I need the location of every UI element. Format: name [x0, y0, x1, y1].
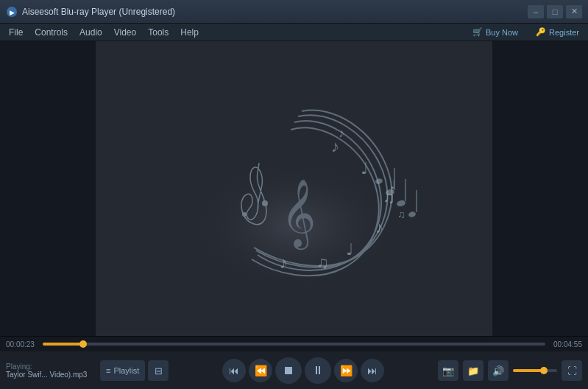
volume-button[interactable]: 🔊 [488, 360, 509, 381]
playing-file: Taylor Swif... Video).mp3 [6, 371, 94, 379]
main-area: ♪ ♩ ♫ ♪ ♩ ♫ ♪ ♩ ♪ ♫ 𝄞 [0, 41, 588, 336]
pause-button[interactable]: ⏸ [305, 357, 331, 384]
svg-text:♪: ♪ [280, 253, 288, 272]
fast-forward-button[interactable]: ⏩ [334, 359, 358, 382]
rewind-button[interactable]: ⏪ [249, 359, 272, 382]
progress-track[interactable] [43, 343, 545, 346]
playing-label: Playing: [6, 362, 94, 371]
playlist-label: Playlist [113, 366, 139, 375]
progress-row: 00:00:23 00:04:55 [0, 337, 588, 351]
playlist-icon: ≡ [106, 366, 110, 375]
fast-forward-icon: ⏩ [340, 365, 353, 376]
time-total: 00:04:55 [551, 340, 582, 348]
playlist-order-button[interactable]: ⊟ [148, 360, 169, 381]
svg-text:𝄞: 𝄞 [281, 180, 316, 250]
music-visual: ♪ ♩ ♫ ♪ ♩ ♫ ♪ ♩ ♪ ♫ 𝄞 [155, 63, 434, 314]
svg-point-3 [262, 200, 268, 206]
svg-text:♫: ♫ [316, 253, 329, 272]
playlist-area: ≡ Playlist ⊟ [100, 360, 169, 381]
maximize-button[interactable]: □ [547, 5, 563, 18]
volume-thumb[interactable] [540, 367, 548, 374]
buy-now-button[interactable]: 🛒 Buy Now [467, 26, 524, 38]
order-icon: ⊟ [155, 365, 163, 376]
prev-button[interactable]: ⏮ [222, 359, 246, 382]
fullscreen-icon: ⛶ [567, 365, 577, 376]
svg-text:♩: ♩ [346, 240, 353, 259]
volume-fill [513, 369, 544, 372]
menu-bar: File Controls Audio Video Tools Help 🛒 B… [0, 24, 588, 41]
next-icon: ⏭ [367, 365, 378, 376]
rewind-icon: ⏪ [255, 365, 267, 376]
pause-icon: ⏸ [312, 364, 324, 377]
menu-audio[interactable]: Audio [74, 26, 108, 39]
controls-row: Playing: Taylor Swif... Video).mp3 ≡ Pla… [0, 351, 588, 389]
cart-icon: 🛒 [472, 27, 483, 37]
progress-thumb[interactable] [79, 340, 87, 348]
close-button[interactable]: ✕ [566, 5, 582, 18]
menu-file[interactable]: File [3, 26, 29, 39]
stop-icon: ⏹ [283, 364, 294, 377]
minimize-button[interactable]: – [528, 5, 544, 18]
stop-button[interactable]: ⏹ [275, 357, 302, 384]
folder-icon: 📁 [467, 365, 479, 376]
time-elapsed: 00:00:23 [6, 340, 37, 348]
now-playing: Playing: Taylor Swif... Video).mp3 [6, 362, 94, 379]
menu-controls[interactable]: Controls [29, 26, 74, 39]
video-area: ♪ ♩ ♫ ♪ ♩ ♫ ♪ ♩ ♪ ♫ 𝄞 [96, 41, 492, 336]
svg-point-4 [242, 212, 247, 217]
menu-bar-right: 🛒 Buy Now 🔑 Register [467, 26, 585, 38]
key-icon: 🔑 [536, 27, 546, 37]
svg-text:♩: ♩ [361, 159, 368, 178]
svg-text:▶: ▶ [10, 9, 15, 16]
app-icon: ▶ [6, 6, 18, 18]
title-bar-title: Aiseesoft Blu-ray Player (Unregistered) [22, 7, 528, 17]
screenshot-button[interactable]: 📷 [438, 360, 458, 381]
transport-buttons: ⏮ ⏪ ⏹ ⏸ ⏩ ⏭ [171, 357, 435, 384]
controls-area: 00:00:23 00:04:55 Playing: Taylor Swif..… [0, 336, 588, 389]
volume-icon: 🔊 [492, 365, 504, 376]
register-button[interactable]: 🔑 Register [530, 26, 585, 38]
title-bar: ▶ Aiseesoft Blu-ray Player (Unregistered… [0, 0, 588, 24]
svg-text:♩: ♩ [390, 178, 396, 191]
window-controls: – □ ✕ [528, 5, 582, 18]
next-button[interactable]: ⏭ [361, 359, 384, 382]
menu-video[interactable]: Video [108, 26, 142, 39]
right-sidebar [492, 41, 588, 336]
progress-fill [43, 343, 83, 346]
menu-help[interactable]: Help [174, 26, 205, 39]
prev-icon: ⏮ [229, 365, 239, 376]
svg-text:♪: ♪ [339, 127, 344, 139]
volume-track[interactable] [513, 369, 557, 372]
right-controls: 📷 📁 🔊 ⛶ [438, 360, 582, 381]
svg-text:♪: ♪ [375, 218, 383, 236]
svg-text:♫: ♫ [397, 208, 405, 220]
playlist-button[interactable]: ≡ Playlist [100, 360, 145, 381]
svg-text:♪: ♪ [331, 137, 339, 155]
fullscreen-button[interactable]: ⛶ [562, 360, 582, 381]
open-folder-button[interactable]: 📁 [463, 360, 483, 381]
screenshot-icon: 📷 [442, 365, 454, 376]
menu-tools[interactable]: Tools [142, 26, 174, 39]
left-sidebar [0, 41, 96, 336]
